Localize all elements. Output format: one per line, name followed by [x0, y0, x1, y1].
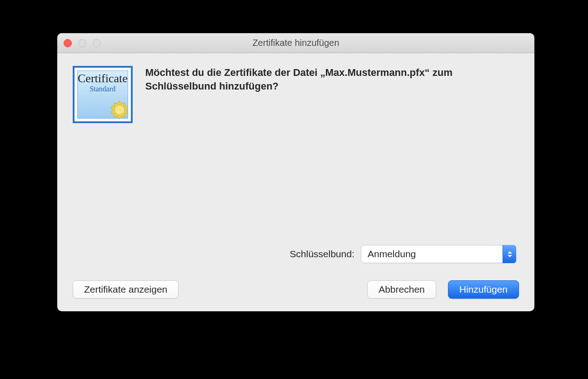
titlebar: Zertifikate hinzufügen	[57, 33, 534, 53]
keychain-select[interactable]: Anmeldung	[361, 245, 516, 263]
certificate-icon-inner: Certificate Standard	[77, 70, 128, 119]
maximize-icon	[93, 39, 101, 47]
show-certificates-button[interactable]: Zertifikate anzeigen	[73, 280, 179, 299]
add-button[interactable]: Hinzufügen	[448, 280, 519, 299]
dialog-content: Certificate Standard Möchtest du die Zer…	[57, 53, 534, 311]
traffic-lights	[64, 39, 101, 47]
keychain-label: Schlüsselbund:	[290, 249, 354, 259]
chevron-down-icon	[508, 255, 512, 257]
chevron-up-icon	[508, 251, 512, 254]
window-title: Zertifikate hinzufügen	[57, 38, 534, 48]
svg-point-1	[115, 105, 125, 115]
dialog-window: Zertifikate hinzufügen Certificate Stand…	[57, 33, 534, 311]
button-row: Zertifikate anzeigen Abbrechen Hinzufüge…	[73, 280, 519, 299]
certificate-icon-text1: Certificate	[78, 73, 128, 85]
keychain-row: Schlüsselbund: Anmeldung	[73, 245, 519, 263]
certificate-icon: Certificate Standard	[73, 66, 133, 123]
seal-icon	[110, 100, 130, 120]
certificate-icon-text2: Standard	[90, 85, 115, 93]
close-icon[interactable]	[64, 39, 72, 47]
keychain-select-value: Anmeldung	[361, 249, 503, 259]
spacer	[73, 123, 519, 245]
dropdown-stepper-icon	[503, 245, 516, 263]
dialog-message: Möchtest du die Zertifikate der Datei „M…	[145, 66, 519, 123]
cancel-button[interactable]: Abbrechen	[367, 280, 436, 299]
right-buttons: Abbrechen Hinzufügen	[367, 280, 519, 299]
message-row: Certificate Standard Möchtest du die Zer…	[73, 66, 519, 123]
minimize-icon	[78, 39, 86, 47]
